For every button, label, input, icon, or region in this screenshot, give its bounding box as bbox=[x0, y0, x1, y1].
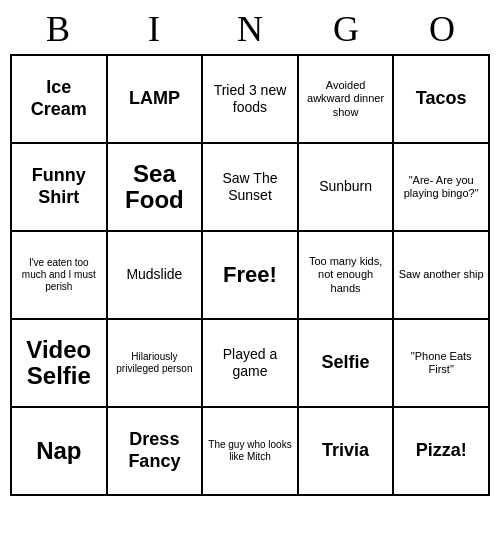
bingo-cell[interactable]: Trivia bbox=[299, 408, 395, 496]
bingo-cell[interactable]: Selfie bbox=[299, 320, 395, 408]
header-n: N bbox=[210, 8, 290, 50]
bingo-cell[interactable]: The guy who looks like Mitch bbox=[203, 408, 299, 496]
bingo-cell[interactable]: Hilariously privileged person bbox=[108, 320, 204, 408]
header-i: I bbox=[114, 8, 194, 50]
bingo-cell[interactable]: Pizza! bbox=[394, 408, 490, 496]
bingo-cell[interactable]: Played a game bbox=[203, 320, 299, 408]
bingo-header: B I N G O bbox=[10, 0, 490, 54]
header-o: O bbox=[402, 8, 482, 50]
bingo-cell[interactable]: Video Selfie bbox=[12, 320, 108, 408]
bingo-cell[interactable]: Avoided awkward dinner show bbox=[299, 56, 395, 144]
header-b: B bbox=[18, 8, 98, 50]
bingo-cell[interactable]: Saw The Sunset bbox=[203, 144, 299, 232]
bingo-cell[interactable]: Sunburn bbox=[299, 144, 395, 232]
bingo-cell[interactable]: Nap bbox=[12, 408, 108, 496]
bingo-cell[interactable]: Tried 3 new foods bbox=[203, 56, 299, 144]
bingo-cell[interactable]: "Are- Are you playing bingo?" bbox=[394, 144, 490, 232]
bingo-cell[interactable]: I've eaten too much and I must perish bbox=[12, 232, 108, 320]
bingo-cell[interactable]: Ice Cream bbox=[12, 56, 108, 144]
bingo-grid: Ice CreamLAMPTried 3 new foodsAvoided aw… bbox=[10, 54, 490, 496]
bingo-cell[interactable]: LAMP bbox=[108, 56, 204, 144]
bingo-cell[interactable]: Funny Shirt bbox=[12, 144, 108, 232]
bingo-cell[interactable]: Mudslide bbox=[108, 232, 204, 320]
header-g: G bbox=[306, 8, 386, 50]
bingo-cell[interactable]: "Phone Eats First" bbox=[394, 320, 490, 408]
bingo-cell[interactable]: Tacos bbox=[394, 56, 490, 144]
bingo-cell[interactable]: Too many kids, not enough hands bbox=[299, 232, 395, 320]
bingo-cell[interactable]: Saw another ship bbox=[394, 232, 490, 320]
bingo-cell[interactable]: Dress Fancy bbox=[108, 408, 204, 496]
bingo-cell[interactable]: Free! bbox=[203, 232, 299, 320]
bingo-cell[interactable]: Sea Food bbox=[108, 144, 204, 232]
